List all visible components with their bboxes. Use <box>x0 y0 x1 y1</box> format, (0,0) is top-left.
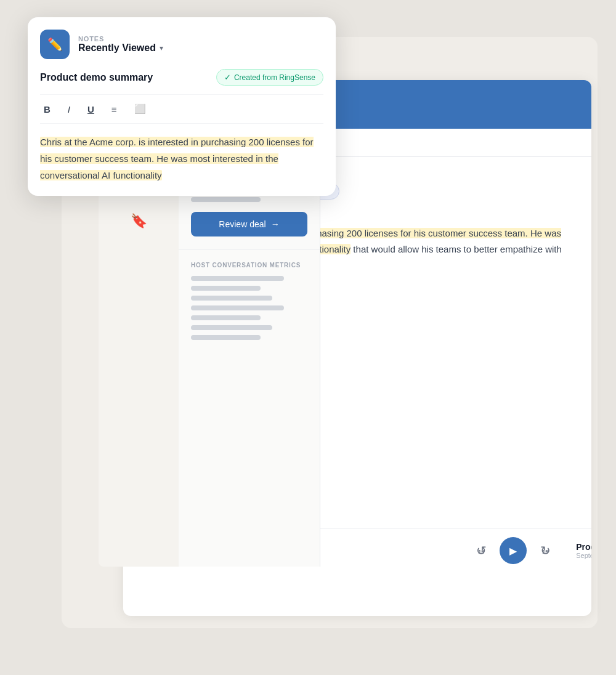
italic-button[interactable]: I <box>64 102 74 117</box>
metric-bar-3 <box>191 296 272 301</box>
underline-button[interactable]: U <box>84 102 98 117</box>
created-badge-text: Created from RingSense <box>234 73 315 82</box>
notes-edit-icon: ✏️ <box>47 37 63 52</box>
player-meta: September 01, 2022 | 11:30 PM | 36 min. <box>576 552 591 559</box>
image-button[interactable]: ⬜ <box>131 101 150 117</box>
play-button[interactable]: ▶ <box>500 537 527 564</box>
play-icon: ▶ <box>509 545 517 557</box>
notes-title-row: Recently Viewed ▾ <box>78 42 163 54</box>
notes-toolbar: B I U ≡ ⬜ <box>40 94 323 124</box>
notes-highlighted-text: Chris at the Acme corp. is interested in… <box>40 137 314 180</box>
notes-content: Chris at the Acme corp. is interested in… <box>40 134 323 184</box>
align-button[interactable]: ≡ <box>108 102 121 117</box>
notes-small-label: NOTES <box>78 35 163 42</box>
notes-doc-title: Product demo summary <box>40 72 153 83</box>
player-info: Product demo September 01, 2022 | 11:30 … <box>576 542 591 559</box>
metric-bar-1 <box>191 276 284 281</box>
metrics-label: HOST CONVERSATION METRICS <box>191 262 307 269</box>
review-deal-label: Review deal <box>219 219 265 229</box>
review-deal-button[interactable]: Review deal → <box>191 212 307 236</box>
skip-back-button[interactable]: ↺ 15 <box>470 540 492 562</box>
player-controls: ↺ 15 ▶ ↻ 15 <box>470 537 556 564</box>
metric-bar-6 <box>191 325 272 330</box>
notes-title-area: NOTES Recently Viewed ▾ <box>78 35 163 54</box>
metrics-section: HOST CONVERSATION METRICS <box>179 249 320 357</box>
chevron-down-icon[interactable]: ▾ <box>160 44 163 52</box>
metric-bar-7 <box>191 335 261 340</box>
created-badge: ✓ Created from RingSense <box>216 69 323 86</box>
player-title: Product demo <box>576 542 591 552</box>
metric-bar-5 <box>191 315 261 320</box>
center-panel: Deal Stage Review deal → HOST CONVERSATI… <box>179 160 320 567</box>
notes-card: ✏️ NOTES Recently Viewed ▾ Product demo … <box>28 17 336 196</box>
metric-bar-2 <box>191 286 261 291</box>
notes-header: ✏️ NOTES Recently Viewed ▾ <box>40 30 323 59</box>
check-icon: ✓ <box>224 73 231 82</box>
skip-back-label: 15 <box>478 549 484 555</box>
skip-forward-label: 15 <box>542 549 548 555</box>
bold-button[interactable]: B <box>40 102 54 117</box>
arrow-right-icon: → <box>271 219 280 229</box>
metric-bar-4 <box>191 305 284 310</box>
sidebar-panel: 🎓 🔖 <box>99 160 179 567</box>
bookmark-icon[interactable]: 🔖 <box>131 213 147 229</box>
skip-forward-button[interactable]: ↻ 15 <box>534 540 556 562</box>
notes-doc-row: Product demo summary ✓ Created from Ring… <box>40 69 323 86</box>
notes-recently-viewed: Recently Viewed <box>78 42 156 54</box>
notes-icon-box: ✏️ <box>40 30 70 59</box>
skeleton-bar-2 <box>191 197 261 202</box>
